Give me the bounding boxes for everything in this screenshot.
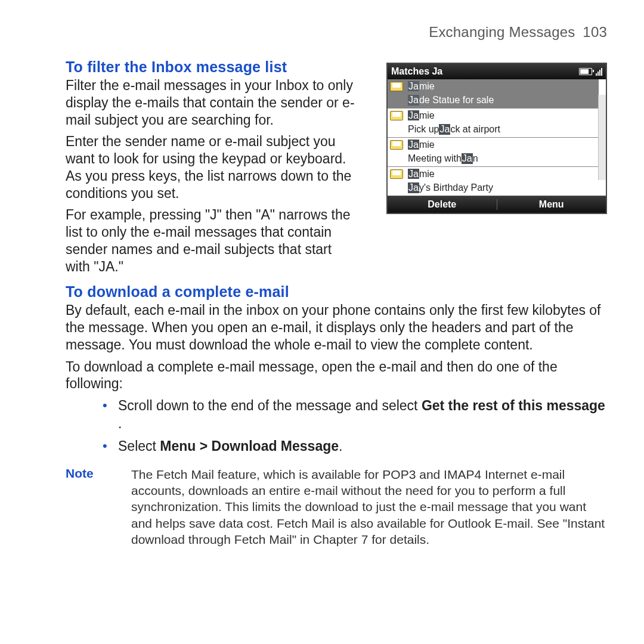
heading-download-email: To download a complete e-mail (66, 283, 607, 301)
note-block: Note The Fetch Mail feature, which is av… (66, 466, 607, 547)
bullet-item: Scroll down to the end of the message an… (107, 397, 607, 433)
paragraph: For example, pressing "J" then "A" narro… (66, 206, 358, 275)
running-head-title: Exchanging Messages (429, 24, 575, 40)
paragraph: Enter the sender name or e-mail subject … (66, 133, 358, 202)
note-body: The Fetch Mail feature, which is availab… (131, 466, 607, 547)
paragraph: Filter the e-mail messages in your Inbox… (66, 77, 358, 128)
paragraph: By default, each e-mail in the inbox on … (66, 302, 607, 353)
note-label: Note (66, 466, 113, 547)
page-number: 103 (583, 24, 607, 40)
bullet-list: Scroll down to the end of the message an… (66, 397, 607, 456)
running-head: Exchanging Messages 103 (66, 24, 607, 41)
bullet-item: Select Menu > Download Message. (107, 438, 607, 456)
heading-filter-inbox: To filter the Inbox message list (66, 58, 607, 76)
paragraph: To download a complete e-mail message, o… (66, 358, 607, 393)
